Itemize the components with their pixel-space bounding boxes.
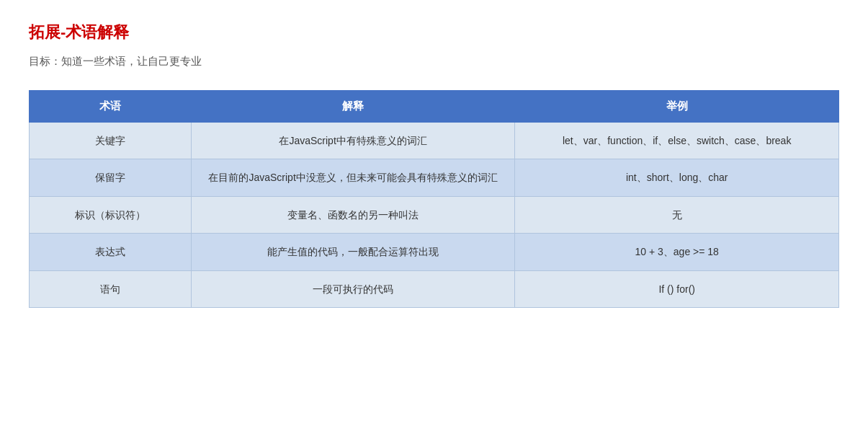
cell-term: 关键字 [30, 123, 192, 159]
header-term: 术语 [30, 91, 192, 123]
cell-term: 保留字 [30, 159, 192, 196]
terminology-table: 术语 解释 举例 关键字在JavaScript中有特殊意义的词汇let、var、… [29, 90, 839, 308]
cell-term: 标识（标识符） [30, 196, 192, 233]
cell-explanation: 在目前的JavaScript中没意义，但未来可能会具有特殊意义的词汇 [191, 159, 515, 196]
cell-explanation: 一段可执行的代码 [191, 270, 515, 307]
cell-term: 表达式 [30, 234, 192, 270]
table-header-row: 术语 解释 举例 [30, 91, 839, 123]
cell-example: 无 [515, 196, 839, 233]
cell-example: 10 + 3、age >= 18 [515, 234, 839, 270]
table-row: 保留字在目前的JavaScript中没意义，但未来可能会具有特殊意义的词汇int… [30, 159, 839, 196]
table-row: 表达式能产生值的代码，一般配合运算符出现10 + 3、age >= 18 [30, 234, 839, 270]
cell-example: int、short、long、char [515, 159, 839, 196]
table-row: 语句一段可执行的代码If () for() [30, 270, 839, 307]
cell-explanation: 能产生值的代码，一般配合运算符出现 [191, 234, 515, 270]
cell-explanation: 变量名、函数名的另一种叫法 [191, 196, 515, 233]
page-subtitle: 目标：知道一些术语，让自己更专业 [29, 55, 839, 68]
cell-term: 语句 [30, 270, 192, 307]
cell-explanation: 在JavaScript中有特殊意义的词汇 [191, 123, 515, 159]
header-example: 举例 [515, 91, 839, 123]
cell-example: let、var、function、if、else、switch、case、bre… [515, 123, 839, 159]
table-row: 标识（标识符）变量名、函数名的另一种叫法无 [30, 196, 839, 233]
header-explanation: 解释 [191, 91, 515, 123]
cell-example: If () for() [515, 270, 839, 307]
page-title: 拓展-术语解释 [29, 22, 839, 43]
table-row: 关键字在JavaScript中有特殊意义的词汇let、var、function、… [30, 123, 839, 159]
